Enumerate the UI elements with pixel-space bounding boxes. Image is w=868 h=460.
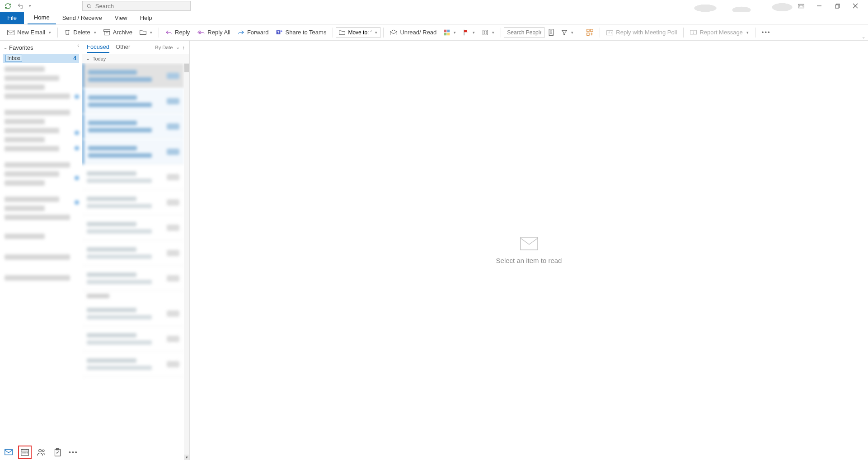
scroll-thumb[interactable] [184,64,189,72]
svg-rect-5 [103,29,110,31]
svg-rect-22 [5,450,13,455]
message-item[interactable] [82,215,184,240]
svg-rect-3 [835,5,838,8]
forward-label: Forward [247,29,269,36]
coming-soon-icon[interactable] [792,0,810,12]
nav-bar: ••• [0,444,82,460]
move-to-combo[interactable]: ▾ [336,27,380,38]
message-item[interactable] [82,190,184,215]
banner-graphic [687,0,805,12]
archive-button[interactable]: Archive [100,26,136,39]
reply-all-label: Reply All [207,29,230,36]
chevron-down-icon: ⌄ [86,56,90,61]
message-item[interactable] [82,89,184,114]
reply-meeting-poll-button[interactable]: Reply with Meeting Poll [603,26,680,39]
ribbon-toolbar: New Email▾ Delete▾ Archive ▾ Reply Reply… [0,24,868,41]
reply-label: Reply [175,29,190,36]
svg-rect-10 [447,29,450,32]
building-icon [482,29,488,36]
tasks-nav-icon[interactable] [52,447,62,457]
categories-icon [444,29,450,36]
chevron-down-icon: ⌄ [4,45,7,50]
collapse-pane-icon[interactable]: ‹ [77,42,79,48]
message-item[interactable] [82,240,184,266]
sort-direction-icon[interactable]: ↑ [183,45,185,50]
maximize-button[interactable] [828,0,846,12]
forward-button[interactable]: Forward [234,26,272,39]
filter-button[interactable]: ▾ [558,26,577,39]
inbox-count: 4 [73,55,76,61]
today-label: Today [93,56,106,61]
scroll-down-icon[interactable]: ▾ [184,455,189,460]
file-tab[interactable]: File [0,12,24,24]
message-item[interactable] [82,63,184,89]
message-item[interactable] [82,301,184,326]
message-scrollbar[interactable]: ▴ ▾ [184,63,189,460]
more-commands-button[interactable]: ••• [758,26,774,39]
people-nav-icon[interactable] [36,447,46,457]
categorize-button[interactable]: ▾ [440,26,460,39]
flag-button[interactable]: ▾ [460,26,479,39]
search-box[interactable] [82,1,191,11]
undo-icon[interactable] [16,2,24,10]
message-item[interactable] [82,352,184,377]
svg-point-21 [693,33,694,34]
svg-point-24 [38,449,41,452]
delete-button[interactable]: Delete▾ [61,26,100,39]
favorites-label: Favorites [9,44,33,51]
message-item[interactable] [82,266,184,291]
report-icon [690,29,697,35]
search-input[interactable] [95,3,187,9]
message-list-pane: Focused Other By Date ⌄ ↑ ⌄ Today [82,41,190,460]
close-button[interactable] [846,0,864,12]
folder-inbox[interactable]: Inbox 4 [3,54,79,63]
sync-icon[interactable] [4,2,12,10]
redacted-folders [0,64,82,283]
message-item[interactable] [82,326,184,352]
envelope-open-icon [390,29,397,35]
report-message-label: Report Message [699,29,742,36]
favorites-header[interactable]: ⌄ Favorites [0,41,82,53]
archive-label: Archive [113,29,132,36]
svg-point-15 [550,31,552,33]
calendar-nav-icon[interactable] [20,447,30,457]
tab-focused[interactable]: Focused [87,42,109,53]
svg-rect-9 [444,29,447,32]
message-item[interactable] [82,114,184,139]
addin-button[interactable] [583,26,597,39]
move-dropdown-button[interactable]: ▾ [136,26,156,39]
reply-all-button[interactable]: Reply All [193,26,234,39]
date-group-today[interactable]: ⌄ Today [82,54,189,63]
filter-icon [561,29,568,36]
reply-button[interactable]: Reply [162,26,193,39]
new-email-button[interactable]: New Email▾ [4,26,55,39]
tab-view[interactable]: View [108,12,134,24]
tab-home[interactable]: Home [28,12,56,24]
chevron-down-icon[interactable]: ▾ [375,30,377,35]
folder-icon [339,30,345,35]
tab-help[interactable]: Help [134,12,159,24]
message-item[interactable] [82,164,184,190]
svg-rect-18 [587,33,589,35]
share-teams-label: Share to Teams [286,29,327,36]
tab-other[interactable]: Other [116,42,131,53]
more-nav-icon[interactable]: ••• [69,449,78,456]
unread-read-label: Unread/ Read [400,29,436,36]
address-book-button[interactable] [544,26,558,39]
policy-button[interactable]: ▾ [479,26,498,39]
sort-button[interactable]: By Date ⌄ ↑ [155,44,185,50]
share-teams-button[interactable]: T Share to Teams [272,26,330,39]
search-people-input[interactable] [504,27,544,38]
unread-read-button[interactable]: Unread/ Read [386,26,440,39]
folder-pane: ‹ ⌄ Favorites Inbox 4 [0,41,82,460]
tab-send-receive[interactable]: Send / Receive [56,12,108,24]
report-message-button[interactable]: Report Message▾ [686,26,752,39]
qat-dropdown-icon[interactable]: ▾ [29,4,31,8]
message-item[interactable] [82,139,184,164]
mail-nav-icon[interactable] [4,447,14,457]
collapse-ribbon-icon[interactable]: ⌄ [862,34,865,39]
minimize-button[interactable] [810,0,828,12]
mail-icon [7,29,14,36]
new-email-label: New Email [17,29,45,36]
move-to-value[interactable] [348,29,371,36]
